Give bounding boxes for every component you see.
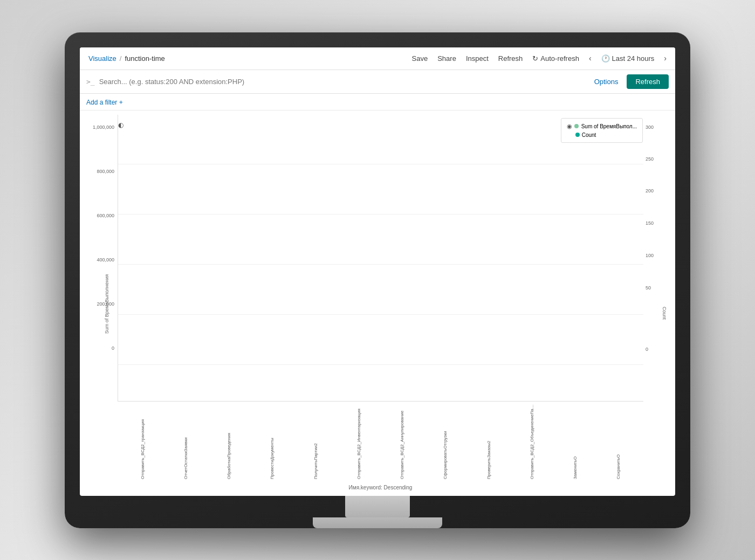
breadcrumb: Visualize / function-time [88, 54, 165, 63]
screen: Visualize / function-time Save Share Ins… [80, 47, 675, 496]
x-label-0: Отправить_ВСД2_транзакция [123, 404, 162, 482]
legend-item-1: Sum of ВремяВыпол... [574, 123, 637, 129]
x-label-3: ПровестиДокументы [253, 404, 292, 482]
y-right-tick-100: 100 [646, 253, 654, 258]
legend-item-2: Count [575, 132, 637, 138]
save-button[interactable]: Save [412, 54, 428, 63]
y-right-tick-50: 50 [646, 285, 651, 291]
refresh-icon: ↻ [532, 54, 538, 63]
clock-icon: 🕐 [601, 54, 610, 63]
x-label-5: Отправить_ВСД2_Инвентаризация [339, 404, 378, 482]
options-button[interactable]: Options [590, 75, 623, 88]
x-label-10: ЗаменитьО [556, 404, 595, 482]
y-right-tick-0: 0 [646, 347, 648, 352]
add-filter-button[interactable]: Add a filter + [86, 99, 123, 106]
time-range-next-button[interactable]: › [664, 54, 667, 63]
monitor-stand-base [313, 517, 442, 528]
refresh-nav-button[interactable]: Refresh [498, 54, 523, 63]
y-right-tick-300: 300 [646, 125, 654, 130]
monitor-frame: Visualize / function-time Save Share Ins… [65, 32, 690, 528]
legend-label-1: Sum of ВремяВыпол... [581, 123, 637, 129]
chart-main: ◐ [118, 115, 643, 494]
top-nav: Visualize / function-time Save Share Ins… [80, 47, 675, 70]
legend-dot-2 [575, 133, 580, 137]
y-right-tick-200: 200 [646, 188, 654, 193]
search-bar: >_ Options Refresh [80, 70, 675, 94]
legend-label-2: Count [582, 132, 596, 138]
x-axis-labels: Отправить_ВСД2_транзакция ОтчетОстаткиЗа… [118, 402, 643, 482]
x-label-4: ПолучитьПартии2 [296, 404, 335, 482]
inspect-button[interactable]: Inspect [466, 54, 489, 63]
y-tick-200000: 200,000 [97, 301, 114, 307]
chart-area: Sum of ВремяВыполнения 1,000,000 800,000… [80, 110, 675, 496]
x-label-8: ПроверитьЗаказы2 [469, 404, 508, 482]
y-axis-right-label: Count [662, 307, 667, 320]
bars-container [118, 115, 643, 401]
breadcrumb-current-page: function-time [125, 54, 164, 63]
x-label-9: Отправить_ВСД2_ОбъединениеПартий [512, 404, 551, 482]
nav-actions: Save Share Inspect Refresh ↻ Auto-refres… [412, 54, 667, 63]
x-label-11: СохранитьО [599, 404, 638, 482]
x-axis-title: Имя.keyword: Descending [118, 482, 643, 494]
y-axis-left: Sum of ВремяВыполнения 1,000,000 800,000… [80, 115, 118, 494]
x-label-1: ОтчетОстаткиЗаявки [166, 404, 205, 482]
y-axis-right: 300 250 200 150 100 50 0 Count [643, 115, 673, 494]
y-right-tick-150: 150 [646, 220, 654, 226]
time-range-selector[interactable]: 🕐 Last 24 hours [601, 54, 655, 63]
y-tick-0: 0 [112, 345, 114, 351]
search-prompt: >_ [86, 78, 95, 86]
y-tick-1000000: 1,000,000 [93, 125, 114, 130]
x-label-6: Отправить_ВСД2_Аннулирование [383, 404, 422, 482]
y-right-tick-250: 250 [646, 156, 654, 162]
breadcrumb-visualize-link[interactable]: Visualize [88, 54, 116, 63]
time-range-prev-button[interactable]: ‹ [589, 54, 592, 63]
y-tick-600000: 600,000 [97, 213, 114, 218]
chart-legend: ◉ Sum of ВремяВыпол... Count [561, 118, 643, 143]
auto-refresh-button[interactable]: ↻ Auto-refresh [532, 54, 579, 63]
share-button[interactable]: Share [437, 54, 456, 63]
x-label-2: ОбработкаПроведения [210, 404, 249, 482]
legend-dot-1 [574, 124, 579, 128]
breadcrumb-separator: / [120, 54, 122, 63]
chart-plot: ◐ [118, 115, 643, 402]
search-input[interactable] [99, 78, 586, 86]
monitor-stand-neck [345, 496, 410, 517]
y-tick-400000: 400,000 [97, 257, 114, 262]
y-tick-800000: 800,000 [97, 169, 114, 174]
legend-collapse-icon[interactable]: ◉ [567, 123, 572, 130]
chart-collapse-button[interactable]: ◐ [118, 121, 123, 129]
x-label-7: СформироватьОтгрузки [426, 404, 465, 482]
filter-bar: Add a filter + [80, 94, 675, 110]
legend-collapse-area: ◉ Sum of ВремяВыпол... [567, 123, 637, 130]
refresh-main-button[interactable]: Refresh [627, 74, 669, 89]
